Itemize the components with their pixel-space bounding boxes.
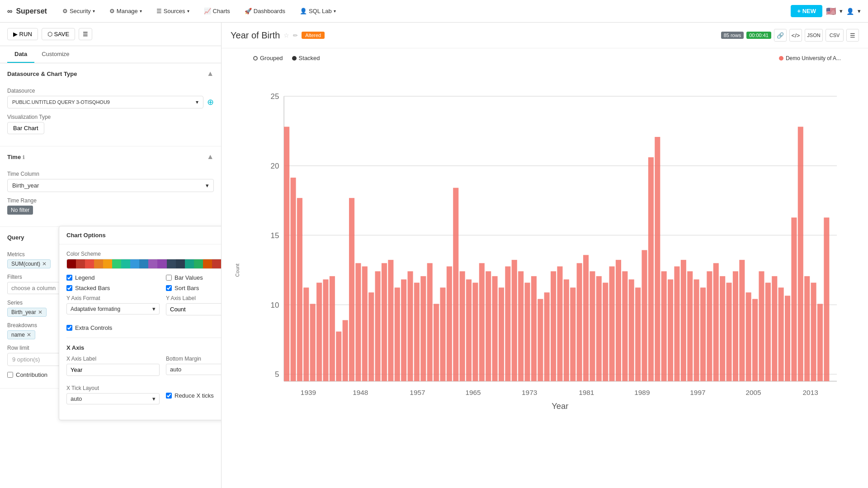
bar-66[interactable]: [713, 263, 719, 381]
json-button[interactable]: JSON: [805, 29, 823, 42]
bar-52[interactable]: [622, 271, 627, 381]
datasource-select[interactable]: PUBLIC.UNTITLED QUERY 3-OTISQHOU9 ▾: [7, 96, 203, 108]
bar-20[interactable]: [414, 283, 420, 381]
series-tag-close[interactable]: ✕: [38, 309, 42, 315]
bar-83[interactable]: [824, 217, 829, 381]
csv-button[interactable]: CSV: [826, 29, 844, 42]
bar-0[interactable]: [284, 127, 289, 381]
bar-44[interactable]: [570, 287, 576, 381]
run-button[interactable]: ▶ RUN: [7, 28, 38, 40]
color-scheme-selector[interactable]: ▾: [66, 259, 222, 269]
bar-55[interactable]: [642, 250, 647, 381]
x-axis-label-input[interactable]: [66, 364, 160, 376]
bar-81[interactable]: [811, 283, 816, 381]
bar-39[interactable]: [538, 299, 543, 381]
bar-47[interactable]: [590, 271, 595, 381]
bar-75[interactable]: [772, 276, 777, 381]
bar-12[interactable]: [362, 267, 368, 381]
breakdowns-tag[interactable]: name ✕: [7, 330, 35, 339]
bar-33[interactable]: [499, 287, 504, 381]
nav-manage[interactable]: ⚙ Manage ▾: [103, 0, 148, 23]
bar-28[interactable]: [466, 279, 472, 381]
bar-1[interactable]: [291, 178, 296, 381]
legend-grouped[interactable]: Grouped: [253, 55, 283, 61]
flag-icon[interactable]: 🇺🇸: [826, 6, 836, 16]
bar-80[interactable]: [804, 276, 810, 381]
time-section-header[interactable]: Time ℹ ▲: [0, 146, 221, 167]
bar-16[interactable]: [388, 260, 393, 381]
link-icon[interactable]: 🔗: [774, 29, 787, 42]
bar-60[interactable]: [674, 267, 679, 381]
bar-values-checkbox[interactable]: [166, 275, 172, 281]
series-tag[interactable]: Birth_year ✕: [7, 308, 47, 317]
contribution-checkbox[interactable]: [7, 372, 13, 378]
edit-icon[interactable]: ✏: [293, 32, 298, 39]
new-button[interactable]: + NEW: [791, 5, 822, 17]
bar-29[interactable]: [472, 283, 478, 381]
nav-dashboards[interactable]: 🚀 Dashboards: [238, 0, 292, 23]
bar-6[interactable]: [323, 279, 328, 381]
bar-79[interactable]: [798, 127, 803, 381]
bar-35[interactable]: [512, 260, 517, 381]
bar-77[interactable]: [785, 296, 790, 381]
brand-logo[interactable]: ∞ Superset: [7, 7, 47, 15]
bar-36[interactable]: [518, 271, 524, 381]
nav-sources[interactable]: ☰ Sources ▾: [150, 0, 196, 23]
bar-3[interactable]: [303, 287, 309, 381]
time-range-badge[interactable]: No filter: [7, 206, 33, 215]
bar-54[interactable]: [635, 287, 641, 381]
legend-checkbox[interactable]: [66, 275, 72, 281]
bar-73[interactable]: [759, 271, 764, 381]
bar-11[interactable]: [355, 263, 361, 381]
nav-security[interactable]: ⚙ Security ▾: [56, 0, 101, 23]
bar-71[interactable]: [746, 292, 751, 381]
stacked-bars-checkbox[interactable]: [66, 285, 72, 291]
code-icon[interactable]: </>: [789, 29, 802, 42]
bar-5[interactable]: [316, 283, 322, 381]
bar-48[interactable]: [596, 276, 602, 381]
bar-31[interactable]: [486, 271, 491, 381]
bar-49[interactable]: [603, 283, 608, 381]
metrics-tag-close[interactable]: ✕: [42, 261, 47, 267]
bar-32[interactable]: [492, 276, 498, 381]
bar-37[interactable]: [524, 283, 530, 381]
bar-7[interactable]: [330, 276, 335, 381]
bar-82[interactable]: [817, 304, 823, 381]
metrics-tag[interactable]: SUM(count) ✕: [7, 259, 51, 268]
y-axis-format-select[interactable]: Adaptative formating ▾: [66, 303, 160, 314]
bar-2[interactable]: [297, 198, 302, 381]
bar-40[interactable]: [544, 292, 550, 381]
time-column-select[interactable]: Birth_year ▾: [7, 179, 214, 192]
star-icon[interactable]: ☆: [283, 32, 289, 39]
bar-51[interactable]: [616, 260, 621, 381]
bar-21[interactable]: [420, 276, 426, 381]
bar-69[interactable]: [733, 271, 738, 381]
bar-13[interactable]: [368, 292, 374, 381]
bar-56[interactable]: [648, 157, 654, 381]
bar-27[interactable]: [460, 271, 465, 381]
reduce-x-ticks-checkbox[interactable]: [166, 393, 172, 399]
bar-58[interactable]: [661, 271, 667, 381]
bar-23[interactable]: [434, 304, 439, 381]
bar-62[interactable]: [687, 271, 693, 381]
y-axis-label-input[interactable]: [166, 303, 222, 315]
extra-controls-checkbox[interactable]: [66, 325, 72, 331]
extra-button[interactable]: ☰: [79, 28, 92, 40]
bar-19[interactable]: [407, 271, 413, 381]
bar-78[interactable]: [791, 217, 797, 381]
bar-24[interactable]: [440, 287, 445, 381]
bar-30[interactable]: [479, 263, 485, 381]
nav-charts[interactable]: 📈 Charts: [198, 0, 236, 23]
bar-8[interactable]: [336, 332, 341, 381]
tab-data[interactable]: Data: [7, 46, 34, 63]
breakdowns-tag-close[interactable]: ✕: [27, 332, 31, 338]
x-axis-section-header[interactable]: X Axis ▲: [66, 344, 222, 351]
bar-63[interactable]: [694, 279, 699, 381]
bar-61[interactable]: [681, 260, 686, 381]
bar-72[interactable]: [752, 299, 758, 381]
viz-type-button[interactable]: Bar Chart: [7, 122, 44, 134]
bar-67[interactable]: [720, 276, 725, 381]
bar-34[interactable]: [505, 267, 510, 381]
bar-17[interactable]: [395, 287, 400, 381]
bar-15[interactable]: [382, 263, 387, 381]
